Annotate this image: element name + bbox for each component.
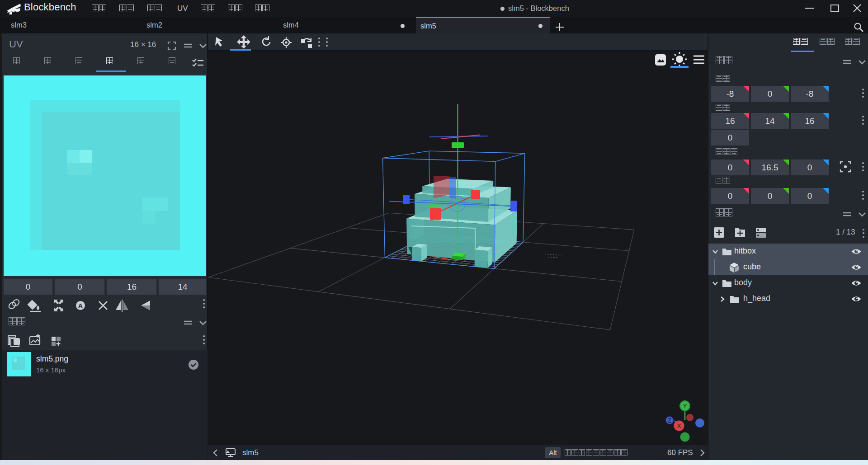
svg-text:Y: Y bbox=[683, 403, 687, 409]
svg-text:X: X bbox=[677, 423, 681, 429]
svg-text:A: A bbox=[78, 302, 83, 310]
svg-text:Z: Z bbox=[668, 418, 671, 424]
